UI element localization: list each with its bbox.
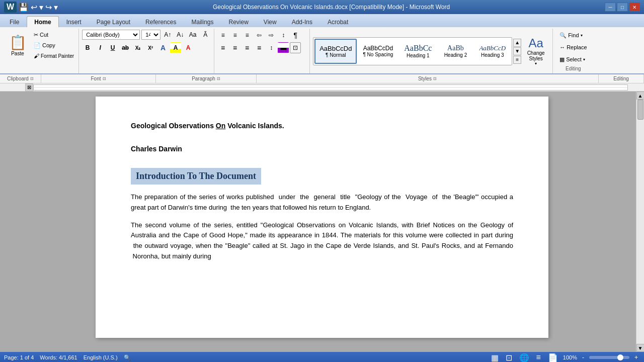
print-layout-view[interactable]: ▦ (489, 353, 501, 362)
maximize-button[interactable]: □ (617, 3, 628, 12)
document-body[interactable]: The preparation of the series of works p… (131, 192, 513, 262)
paste-button[interactable]: 📋 Paste (5, 30, 30, 61)
quick-access-toolbar[interactable]: W 💾 ↩ ▾ ↪ ▾ (4, 2, 58, 13)
show-marks-button[interactable]: ¶ (290, 30, 301, 41)
document-heading[interactable]: Introduction To The Document (131, 168, 261, 185)
status-left: Page: 1 of 4 Words: 4/1,661 English (U.S… (4, 354, 131, 361)
tab-insert[interactable]: Insert (59, 16, 89, 27)
multilevel-list-button[interactable]: ≡ (242, 30, 253, 41)
ruler-bar (33, 84, 628, 90)
align-left-button[interactable]: ≡ (217, 42, 228, 53)
grow-font-button[interactable]: A↑ (162, 30, 173, 40)
zoom-slider[interactable] (589, 356, 629, 359)
minimize-button[interactable]: ─ (605, 3, 616, 12)
tab-references[interactable]: References (138, 16, 184, 27)
tab-file[interactable]: File (2, 16, 27, 27)
tab-addins[interactable]: Add-Ins (284, 16, 320, 27)
select-label: Select (566, 56, 582, 62)
outline-view[interactable]: ≡ (534, 353, 543, 362)
scroll-track[interactable] (637, 100, 644, 344)
select-button[interactable]: ▦ Select ▾ (556, 54, 589, 65)
decrease-indent-button[interactable]: ⇦ (254, 30, 265, 41)
scroll-thumb[interactable] (637, 100, 643, 120)
tab-home[interactable]: Home (27, 16, 58, 27)
strikethrough-button[interactable]: ab (120, 42, 131, 53)
subscript-button[interactable]: X₂ (132, 42, 143, 53)
tab-page-layout[interactable]: Page Layout (89, 16, 138, 27)
highlight-button[interactable]: A (170, 42, 181, 53)
shading-button[interactable]: ▬ (278, 42, 289, 53)
zoom-slider-thumb[interactable] (617, 354, 623, 360)
redo-button[interactable]: ↪ (45, 3, 52, 12)
scroll-up-button[interactable]: ▲ (636, 92, 645, 100)
undo-dropdown[interactable]: ▾ (39, 3, 43, 12)
format-painter-button[interactable]: 🖌 Format Painter (31, 51, 76, 61)
styles-scroll-down[interactable]: ▼ (513, 47, 521, 55)
underline-button[interactable]: U (107, 42, 118, 53)
zoom-in-button[interactable]: + (632, 353, 640, 362)
vertical-scrollbar[interactable]: ▲ ▼ (636, 92, 644, 352)
styles-scroll-controls[interactable]: ▲ ▼ ≡ (513, 39, 521, 64)
full-screen-view[interactable]: ⊡ (504, 353, 514, 362)
style-heading2[interactable]: AaBb Heading 2 (438, 39, 473, 64)
styles-scroll-up[interactable]: ▲ (513, 39, 521, 47)
superscript-button[interactable]: X² (145, 42, 156, 53)
find-button[interactable]: 🔍 Find ▾ (556, 30, 586, 41)
cut-label: Cut (40, 32, 48, 38)
numbering-button[interactable]: ≡ (229, 30, 240, 41)
select-dropdown[interactable]: ▾ (583, 57, 585, 62)
zoom-out-button[interactable]: - (580, 353, 586, 362)
ruler-corner[interactable]: ⊠ (25, 83, 33, 92)
align-right-button[interactable]: ≡ (242, 42, 253, 53)
bullets-button[interactable]: ≡ (217, 30, 228, 41)
undo-button[interactable]: ↩ (31, 3, 37, 12)
italic-button[interactable]: I (95, 42, 106, 53)
clear-format-button[interactable]: Ã (200, 30, 211, 40)
change-styles-icon: Aa (528, 36, 543, 50)
tab-review[interactable]: Review (221, 16, 256, 27)
text-effects-button[interactable]: A (157, 42, 169, 53)
change-case-button[interactable]: Aa (187, 30, 198, 40)
paragraph-expand-icon[interactable]: ⊡ (217, 76, 220, 81)
clipboard-expand-icon[interactable]: ⊡ (30, 76, 34, 81)
copy-button[interactable]: 📄 Copy (31, 40, 76, 50)
tab-mailings[interactable]: Mailings (184, 16, 221, 27)
web-layout-view[interactable]: 🌐 (517, 353, 531, 362)
zoom-level: 100% (563, 354, 577, 360)
style-heading3[interactable]: AaBbCcD Heading 3 (474, 39, 511, 64)
shrink-font-button[interactable]: A↓ (175, 30, 186, 40)
justify-button[interactable]: ≡ (254, 42, 265, 53)
ribbon-group-clipboard: 📋 Paste ✂ Cut 📄 Copy 🖌 Format Painter (2, 29, 79, 73)
font-size-selector[interactable]: 14 (141, 30, 160, 40)
align-center-button[interactable]: ≡ (229, 42, 240, 53)
window-controls[interactable]: ─ □ ✕ (605, 3, 640, 12)
font-color-button[interactable]: A (183, 42, 194, 53)
draft-view[interactable]: 📄 (546, 353, 560, 362)
styles-expand-icon[interactable]: ⊡ (433, 76, 437, 81)
styles-more[interactable]: ≡ (513, 56, 521, 64)
style-normal-preview: AaBbCcDd (319, 45, 352, 52)
style-no-spacing[interactable]: AaBbCcDd ¶ No Spacing (358, 39, 398, 64)
bold-button[interactable]: B (82, 42, 93, 53)
font-family-selector[interactable]: Calibri (Body) (82, 30, 140, 40)
line-spacing-button[interactable]: ↕ (266, 42, 277, 53)
copy-icon: 📄 (34, 42, 41, 49)
style-normal[interactable]: AaBbCcDd ¶ Normal (314, 39, 357, 64)
replace-button[interactable]: ↔ Replace (556, 42, 590, 53)
sort-button[interactable]: ↕ (278, 30, 289, 41)
save-button[interactable]: 💾 (19, 3, 29, 12)
change-styles-button[interactable]: Aa ChangeStyles ▾ (522, 34, 549, 68)
borders-button[interactable]: ⊡ (290, 42, 301, 53)
find-dropdown[interactable]: ▾ (581, 33, 583, 38)
document-area[interactable]: Geological Observations On Volcanic Isla… (8, 92, 636, 352)
tab-view[interactable]: View (256, 16, 284, 27)
change-styles-dropdown[interactable]: ▾ (535, 61, 537, 66)
font-expand-icon[interactable]: ⊡ (103, 76, 106, 81)
close-button[interactable]: ✕ (629, 3, 640, 12)
tab-acrobat[interactable]: Acrobat (320, 16, 356, 27)
cut-button[interactable]: ✂ Cut (31, 30, 76, 40)
style-heading1[interactable]: AaBbCc Heading 1 (399, 39, 437, 64)
increase-indent-button[interactable]: ⇨ (266, 30, 277, 41)
customize-button[interactable]: ▾ (54, 3, 58, 12)
scroll-down-button[interactable]: ▼ (636, 344, 645, 352)
